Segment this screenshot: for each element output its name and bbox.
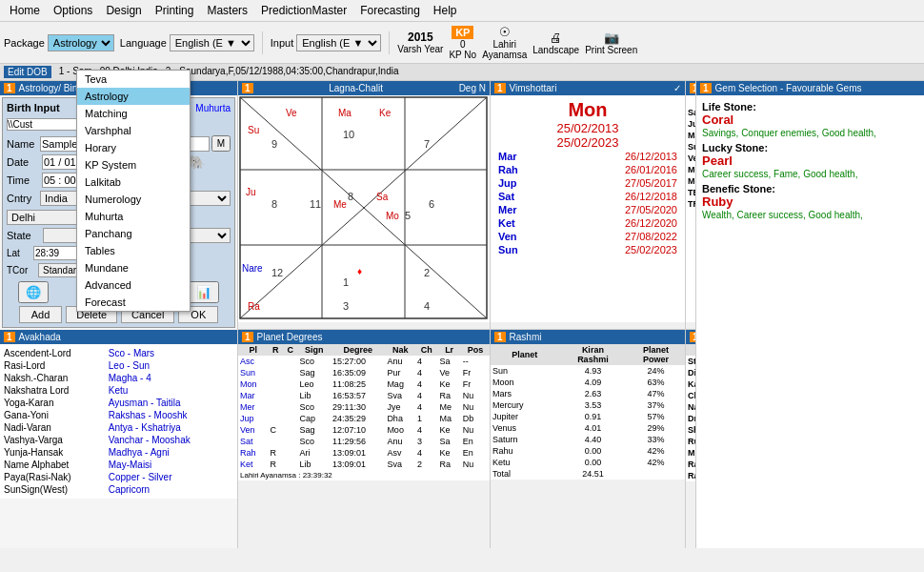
globe-btn[interactable]: 🌐 — [18, 281, 49, 303]
shad-label: Ratio — [686, 459, 695, 470]
vimshottari-header: 1 Vimshottari ✓ — [491, 81, 685, 95]
pd-row: Lahiri Ayanamsa : 23:39:32 — [238, 470, 490, 480]
pd-ch: 4 — [415, 378, 438, 390]
rashmi-power — [627, 468, 685, 480]
avakhada-val: Magha - 4 — [109, 373, 233, 383]
add-btn[interactable]: Add — [19, 306, 63, 323]
dropdown-astrology[interactable]: Astrology — [77, 88, 190, 105]
dasha-row-sun: Sun 25/02/2023 — [494, 243, 681, 256]
pd-lr: Ra — [438, 459, 461, 470]
pd-lr: Ma — [438, 413, 461, 424]
shadbala-row: Drik221747-284 — [686, 413, 695, 424]
pd-c — [283, 367, 297, 378]
dropdown-varshphal[interactable]: Varshphal — [77, 122, 190, 139]
dropdown-horary[interactable]: Horary — [77, 139, 190, 156]
pd-nak: Sva — [385, 390, 415, 401]
pd-pl: Ven — [238, 424, 269, 436]
edit-dob-btn[interactable]: Edit DOB — [4, 66, 51, 78]
table-row: Yoga-KaranAyusman - Taitila — [4, 398, 233, 408]
dropdown-panchang[interactable]: Panchang — [77, 225, 190, 242]
dropdown-advanced[interactable]: Advanced — [77, 276, 190, 294]
dropdown-tables[interactable]: Tables — [77, 242, 190, 259]
vimshottari-section: 1 Vimshottari ✓ Mon 25/02/2013 25/02/202… — [491, 81, 686, 329]
table-row: SunSign(West)Capricorn — [4, 484, 233, 495]
name-label: Name — [7, 138, 40, 150]
menu-home[interactable]: Home — [4, 2, 46, 19]
sav-th-blank — [686, 95, 695, 107]
svg-text:8: 8 — [271, 198, 277, 210]
dasha-mer: Mer — [498, 204, 527, 215]
pd-lr: Sa — [438, 436, 461, 447]
pd-pl: Ket — [238, 459, 269, 470]
package-select[interactable]: Astrology — [48, 34, 114, 51]
menu-bar: Home Options Design Printing Masters Pre… — [0, 0, 924, 22]
dropdown-lalkitab[interactable]: Lalkitab — [77, 174, 190, 191]
menu-options[interactable]: Options — [48, 2, 98, 19]
rashmi-kiran: 0.00 — [559, 445, 628, 457]
shadbala-row: Min.390360300420390300300 — [686, 447, 695, 459]
avakhada-val: Antya - Kshatriya — [109, 422, 233, 433]
dropdown-kp-system[interactable]: KP System — [77, 156, 190, 174]
toolbar-row1: Package Astrology Language English (E ▼ … — [0, 22, 924, 64]
pd-row: Ven C Sag 12:07:10 Moo 4 Ke Nu — [238, 424, 490, 436]
shad-label: Dig — [686, 367, 695, 378]
input-select[interactable]: English (E ▼ — [296, 34, 381, 51]
avakhada-header: 1 Avakhada — [0, 330, 237, 344]
dropdown-muhurta[interactable]: Muhurta — [77, 208, 190, 225]
rashmi-th-kiran: KiranRashmi — [559, 344, 628, 365]
input-group: Input English (E ▼ — [271, 34, 381, 51]
avakhada-key: Name Alphabet — [4, 460, 107, 470]
avakhada-key: Yoga-Karan — [4, 398, 107, 408]
left-badge: 1 — [4, 83, 15, 93]
menu-printing[interactable]: Printing — [150, 2, 200, 19]
shadbala-row: Sthan225162199208157156225 — [686, 356, 695, 367]
vim-mon-label: Mon — [494, 99, 681, 121]
pd-r — [269, 401, 283, 413]
dropdown-teva[interactable]: Teva — [77, 71, 190, 88]
pd-pl: Mer — [238, 401, 269, 413]
sarvashtaka-header-row: Ar Ta Ge Ca Le Vi Li Sc Sa Cp Aq — [686, 95, 695, 107]
menu-predictionmaster[interactable]: PredictionMaster — [255, 2, 352, 19]
pd-sign: Sag — [297, 424, 331, 436]
vim-check[interactable]: ✓ — [673, 83, 681, 93]
sarvashtaka-body: Sa23435434335339Ju73544355444540Ma443454… — [686, 107, 695, 210]
chart-btn[interactable]: 📊 — [189, 281, 219, 303]
pd-row: Ket R Lib 13:09:01 Sva 2 Ra Nu — [238, 459, 490, 470]
lagna-badge: 1 — [242, 83, 253, 93]
dropdown-mundane[interactable]: Mundane — [77, 259, 190, 276]
pd-row: Sun Sag 16:35:09 Pur 4 Ve Fr — [238, 367, 490, 378]
sarvashtaka-row: Ju73544355444540 — [686, 118, 695, 130]
rashmi-planet: Moon — [491, 377, 559, 388]
center-panel: 1 Lagna-Chalit Deg N — [238, 81, 695, 548]
pd-pl: Sat — [238, 436, 269, 447]
menu-help[interactable]: Help — [428, 2, 463, 19]
name-m-btn[interactable]: M — [211, 135, 231, 152]
dropdown-forecast[interactable]: Forecast — [77, 294, 190, 311]
menu-forecasting[interactable]: Forecasting — [354, 2, 426, 19]
avakhada-val: Sco - Mars — [109, 348, 233, 358]
avakhada-key: Naksh.-Charan — [4, 373, 107, 383]
pd-ch: 2 — [415, 459, 438, 470]
pd-ch: 4 — [415, 447, 438, 459]
rashmi-power: 57% — [627, 411, 685, 422]
shadbala-section: 1 Shadbala Graph Sun Mon Mar — [686, 329, 695, 548]
pd-row: Sat Sco 11:29:56 Anu 3 Sa En — [238, 436, 490, 447]
lat-input[interactable] — [33, 246, 81, 260]
language-select[interactable]: English (E ▼ — [170, 34, 254, 51]
dropdown-numerology[interactable]: Numerology — [77, 191, 190, 208]
dropdown-matching[interactable]: Matching — [77, 105, 190, 122]
sarvashtaka-row: Ma44345454542139 — [686, 130, 695, 141]
vim-date1: 25/02/2013 — [494, 121, 681, 135]
rashmi-header-row: Planet KiranRashmi PlanetPower — [491, 344, 685, 365]
input-label: Input — [271, 37, 293, 49]
rashmi-kiran: 4.09 — [559, 377, 628, 388]
bottom-charts-row: 1 Planet Degrees Pl R C Sign Degree N — [238, 329, 695, 548]
gems-content: Life Stone: Coral Savings, Conquer enemi… — [696, 95, 924, 548]
sav-planet: TR — [686, 198, 695, 210]
menu-masters[interactable]: Masters — [201, 2, 253, 19]
menu-design[interactable]: Design — [100, 2, 147, 19]
pd-nak: Anu — [385, 436, 415, 447]
muhurta-link[interactable]: Muhurta — [195, 103, 231, 113]
rashmi-row: Jupiter 0.91 57% — [491, 411, 685, 422]
life-stone-name: Coral — [702, 112, 733, 127]
